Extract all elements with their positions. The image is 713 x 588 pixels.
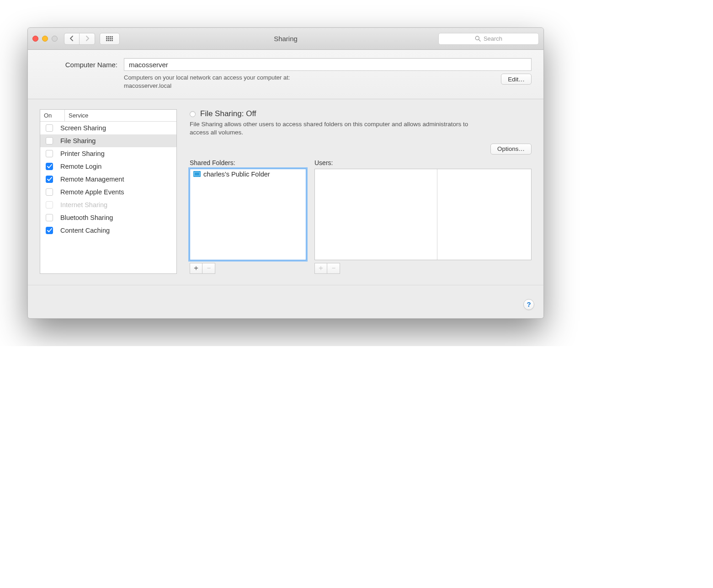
remove-folder-button: －: [202, 263, 215, 274]
service-checkbox[interactable]: [46, 176, 53, 183]
svg-rect-3: [112, 36, 113, 37]
users-label: Users:: [314, 159, 532, 166]
shared-folder-row[interactable]: charles’s Public Folder: [190, 169, 306, 178]
users-list[interactable]: [314, 169, 532, 260]
svg-rect-1: [108, 36, 109, 37]
service-row[interactable]: Printer Sharing: [40, 147, 176, 160]
shared-folder-name: charles’s Public Folder: [203, 171, 270, 178]
minus-icon: －: [205, 263, 213, 273]
service-checkbox[interactable]: [46, 124, 53, 132]
search-placeholder: Search: [484, 35, 502, 42]
sharing-body: On Service Screen SharingFile SharingPri…: [28, 99, 543, 285]
nav-buttons: [64, 33, 95, 45]
svg-rect-5: [108, 38, 109, 39]
help-button[interactable]: ?: [523, 299, 534, 310]
computer-name-label: Computer Name:: [40, 61, 117, 69]
help-icon: ?: [527, 300, 531, 308]
service-label: Printer Sharing: [60, 150, 105, 157]
service-row[interactable]: Screen Sharing: [40, 122, 176, 134]
service-label: File Sharing: [60, 137, 96, 144]
service-row[interactable]: Internet Sharing: [40, 198, 176, 211]
svg-rect-2: [110, 36, 111, 37]
svg-rect-10: [110, 40, 111, 41]
service-label: Remote Login: [60, 163, 101, 170]
search-field[interactable]: Search: [438, 33, 539, 45]
status-title: File Sharing: Off: [200, 109, 256, 118]
services-header: On Service: [40, 110, 176, 122]
add-user-button: ＋: [314, 263, 327, 274]
add-folder-button[interactable]: ＋: [190, 263, 202, 274]
services-header-service: Service: [65, 110, 176, 121]
edit-name-button[interactable]: Edit…: [501, 74, 532, 85]
service-label: Remote Management: [60, 176, 124, 183]
service-label: Content Caching: [60, 227, 110, 234]
window-close-button[interactable]: [32, 36, 38, 42]
svg-line-13: [479, 40, 480, 42]
titlebar: Sharing Search: [28, 28, 543, 50]
svg-rect-6: [110, 38, 111, 39]
svg-rect-11: [112, 40, 113, 41]
plus-icon: ＋: [192, 263, 200, 273]
svg-rect-4: [106, 38, 107, 39]
show-all-button[interactable]: [100, 33, 120, 45]
minus-icon: －: [330, 263, 337, 273]
back-button[interactable]: [64, 33, 80, 45]
service-checkbox[interactable]: [46, 137, 53, 144]
service-detail: File Sharing: Off File Sharing allows ot…: [190, 109, 532, 273]
footer: ?: [28, 285, 543, 318]
service-checkbox[interactable]: [46, 214, 53, 221]
service-row[interactable]: Bluetooth Sharing: [40, 211, 176, 224]
service-label: Internet Sharing: [60, 201, 107, 208]
service-label: Bluetooth Sharing: [60, 214, 113, 221]
chevron-right-icon: [85, 35, 90, 43]
computer-name-input[interactable]: [124, 58, 532, 71]
service-checkbox: [46, 201, 53, 208]
folder-icon: [193, 171, 201, 177]
service-row[interactable]: Remote Apple Events: [40, 186, 176, 198]
service-checkbox[interactable]: [46, 163, 53, 170]
window-minimize-button[interactable]: [42, 36, 48, 42]
forward-button: [80, 33, 95, 45]
grid-icon: [106, 36, 113, 42]
service-row[interactable]: Remote Login: [40, 160, 176, 173]
svg-rect-0: [106, 36, 107, 37]
services-list: On Service Screen SharingFile SharingPri…: [40, 109, 177, 273]
computer-name-section: Computer Name: Computers on your local n…: [28, 50, 543, 99]
plus-icon: ＋: [317, 263, 325, 273]
traffic-lights: [32, 36, 58, 42]
shared-folders-label: Shared Folders:: [190, 159, 306, 166]
computer-name-note: Computers on your local network can acce…: [124, 74, 501, 90]
service-row[interactable]: Content Caching: [40, 224, 176, 237]
svg-rect-7: [112, 38, 113, 39]
service-checkbox[interactable]: [46, 227, 53, 234]
service-label: Remote Apple Events: [60, 188, 124, 196]
service-row[interactable]: File Sharing: [40, 134, 176, 147]
status-indicator-icon: [190, 111, 196, 117]
remove-user-button: －: [327, 263, 340, 274]
svg-rect-9: [108, 40, 109, 41]
svg-rect-8: [106, 40, 107, 41]
window-title: Sharing: [274, 35, 298, 43]
service-checkbox[interactable]: [46, 188, 53, 196]
service-checkbox[interactable]: [46, 150, 53, 157]
service-row[interactable]: Remote Management: [40, 173, 176, 186]
window-zoom-button[interactable]: [52, 36, 58, 42]
shared-folders-list[interactable]: charles’s Public Folder: [190, 169, 306, 260]
services-header-on: On: [40, 110, 65, 121]
options-button[interactable]: Options…: [490, 144, 532, 155]
sharing-preferences-window: Sharing Search Computer Name: Computers …: [27, 27, 544, 319]
service-label: Screen Sharing: [60, 124, 106, 132]
service-description: File Sharing allows other users to acces…: [190, 120, 478, 137]
chevron-left-icon: [69, 35, 74, 43]
search-icon: [475, 36, 481, 42]
